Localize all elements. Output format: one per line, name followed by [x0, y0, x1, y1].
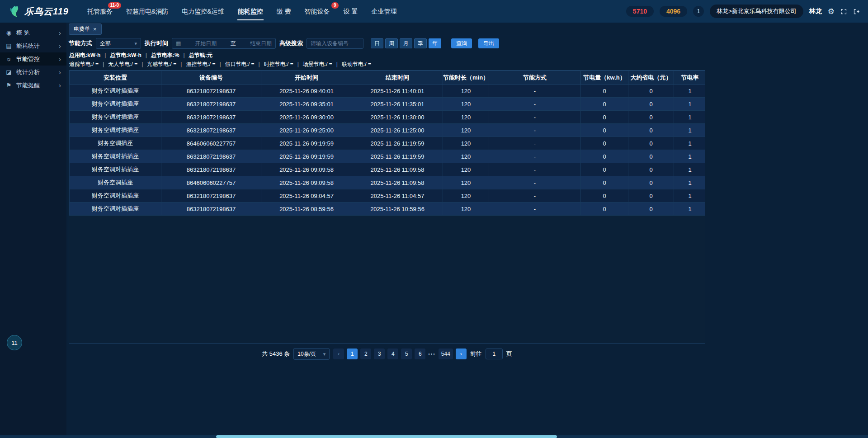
device-number-input[interactable]: [307, 38, 363, 49]
mode-select[interactable]: 全部 ▾: [96, 38, 141, 49]
table-cell: 120: [443, 85, 489, 98]
goto-page-input[interactable]: [486, 349, 503, 359]
tab-electricity-bill[interactable]: 电费单 ×: [69, 24, 102, 35]
company-selector[interactable]: 林龙>新北京乐鸟科技有限公司: [710, 5, 803, 18]
table-cell: 0: [581, 98, 628, 111]
table-cell: 863218072198637: [161, 203, 261, 216]
sidebar-item-energy-saving-reminder[interactable]: ⚑节能提醒›: [0, 79, 66, 92]
logo-text: 乐鸟云119: [24, 5, 69, 18]
range-separator: 至: [231, 40, 236, 47]
nav-item-settings[interactable]: 设 置: [337, 0, 365, 23]
warning-count-badge[interactable]: 4096: [660, 6, 687, 17]
table-cell: 0: [628, 203, 674, 216]
table-cell: 0: [628, 176, 674, 189]
stat-separator: |: [219, 61, 221, 67]
sidebar-item-label: 节能管控: [16, 55, 55, 63]
filter-bar: 节能方式 全部 ▾ 执行时间 ▦ 开始日期 至 结束日期 高级搜索 日周月季年 …: [66, 36, 868, 51]
period-quarter-button[interactable]: 季: [414, 38, 427, 48]
table-cell: 863218072198637: [161, 85, 261, 98]
nav-item-payment[interactable]: 缴 费: [270, 0, 298, 23]
table-cell: 财务空调插座: [70, 176, 161, 189]
horizontal-scrollbar-thumb[interactable]: [216, 435, 557, 438]
sidebar-count-badge[interactable]: 11: [7, 335, 22, 350]
energy-saving-reminder-icon: ⚑: [5, 82, 12, 89]
table-cell: 财务空调对插插座: [70, 98, 161, 111]
nav-item-smart-electric-fire[interactable]: 智慧用电&消防: [119, 0, 175, 23]
table-cell: 2025-11-26 11:04:57: [352, 189, 443, 203]
table-cell: 863218072198637: [161, 111, 261, 124]
table-cell: 0: [581, 176, 628, 189]
tab-bar: 电费单 ×: [66, 23, 868, 36]
table-cell: 2025-11-26 11:19:59: [352, 150, 443, 163]
nav-item-power-monitoring-ops[interactable]: 电力监控&运维: [175, 0, 231, 23]
period-year-button[interactable]: 年: [429, 38, 441, 48]
table-cell: -: [489, 98, 581, 111]
page-size-value: 10条/页: [297, 350, 316, 358]
table-row: 财务空调对插插座8632180721986372025-11-26 09:35:…: [70, 98, 706, 111]
nav-item-label: 企业管理: [371, 8, 396, 15]
table-cell: -: [489, 189, 581, 203]
export-button[interactable]: 导出: [478, 38, 499, 48]
table-cell: 863218072198637: [161, 98, 261, 111]
saving-stat: 温控节电:/ =: [186, 61, 215, 68]
table-cell: -: [489, 203, 581, 216]
sidebar-item-label: 统计分析: [16, 68, 55, 76]
period-week-button[interactable]: 周: [385, 38, 398, 48]
table-cell: 1: [674, 163, 706, 176]
chevron-right-icon: ›: [59, 42, 61, 50]
table-cell: 120: [443, 150, 489, 163]
period-month-button[interactable]: 月: [400, 38, 412, 48]
sidebar-item-energy-statistics[interactable]: ▤能耗统计›: [0, 39, 66, 52]
period-day-button[interactable]: 日: [371, 38, 383, 48]
page-button-5[interactable]: 5: [401, 349, 412, 359]
page-button-1[interactable]: 1: [347, 349, 358, 359]
table-row: 财务空调对插插座8632180721986372025-11-26 09:40:…: [70, 85, 706, 98]
horizontal-scrollbar-track: [0, 435, 868, 438]
more-pages-button[interactable]: •••: [428, 352, 436, 357]
table-cell: 财务空调对插插座: [70, 150, 161, 163]
nav-item-smart-devices[interactable]: 智能设备9: [298, 0, 337, 23]
energy-saving-control-icon: ☼: [5, 56, 12, 62]
table-cell: 0: [581, 111, 628, 124]
nav-item-energy-monitoring[interactable]: 能耗监控: [231, 0, 270, 23]
logo[interactable]: 乐鸟云119: [8, 5, 76, 18]
table-cell: 1: [674, 111, 706, 124]
page-size-select[interactable]: 10条/页 ▾: [293, 348, 330, 360]
table-cell: 120: [443, 189, 489, 203]
page-button-544[interactable]: 544: [439, 349, 453, 359]
table-cell: 120: [443, 111, 489, 124]
table-cell: 863218072198637: [161, 124, 261, 137]
tab-close-icon[interactable]: ×: [93, 26, 97, 33]
page-button-3[interactable]: 3: [374, 349, 385, 359]
alarm-count-badge[interactable]: 5710: [626, 6, 654, 17]
column-header: 设备编号: [161, 71, 261, 85]
table-cell: 0: [628, 85, 674, 98]
page-button-4[interactable]: 4: [387, 349, 398, 359]
table-cell: 0: [581, 150, 628, 163]
table-cell: 120: [443, 163, 489, 176]
fullscreen-icon[interactable]: [840, 8, 847, 15]
table-row: 财务空调对插插座8632180721986372025-11-26 09:04:…: [70, 189, 706, 203]
sidebar-item-statistical-analysis[interactable]: ◪统计分析›: [0, 66, 66, 79]
table-cell: 0: [581, 163, 628, 176]
table-cell: 863218072198637: [161, 189, 261, 203]
prev-page-button[interactable]: ‹: [333, 349, 344, 359]
stat-separator: |: [297, 61, 299, 67]
page-button-2[interactable]: 2: [360, 349, 371, 359]
query-button[interactable]: 查询: [451, 38, 472, 48]
date-range-picker[interactable]: ▦ 开始日期 至 结束日期: [172, 38, 276, 49]
chevron-down-icon: ▾: [134, 41, 137, 47]
page-button-6[interactable]: 6: [415, 349, 425, 359]
nav-item-hosting-service[interactable]: 托管服务11-0: [80, 0, 119, 23]
nav-item-enterprise-management[interactable]: 企业管理: [364, 0, 403, 23]
start-date-placeholder: 开始日期: [195, 40, 217, 47]
sidebar-item-energy-saving-control[interactable]: ☼节能管控›: [0, 52, 66, 66]
table-row: 财务空调对插插座8632180721986372025-11-26 08:59:…: [70, 203, 706, 216]
notice-count-badge[interactable]: 1: [693, 6, 704, 17]
next-page-button[interactable]: ›: [456, 349, 467, 359]
logout-icon[interactable]: [853, 8, 860, 15]
sidebar-item-overview[interactable]: ◉概 览›: [0, 26, 66, 39]
settings-gear-icon[interactable]: ⚙: [828, 7, 835, 16]
saving-stat: 联动节电:/ =: [342, 61, 371, 68]
table-row: 财务空调对插插座8632180721986372025-11-26 09:30:…: [70, 111, 706, 124]
